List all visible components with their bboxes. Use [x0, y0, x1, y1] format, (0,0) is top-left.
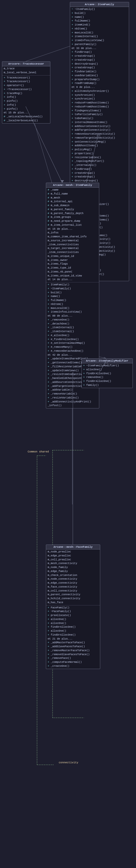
arcane-itemfamilymodifier-title: Arcane::ItemFamilyModifier: [82, 359, 133, 363]
arcane-mesh-itemfamily-title: Arcane::mesh::ItemFamily: [46, 183, 99, 188]
arccore-traceaccessor-box: Arccore::TraceAccessor m_trace m_local_v…: [2, 61, 50, 124]
arcane-itemfamily-title: Arcane::ItemFamily: [70, 2, 129, 7]
arcane-mesh-itemfamily-fields: # _name # m_full_name # m_mesh # m_inter…: [46, 188, 99, 282]
arcane-mesh-facefamily-methods: + FaceFamily() + ~FaceFamily() + preAllo…: [46, 606, 100, 669]
arccore-traceaccessor-fields: m_trace m_local_verbose_level: [2, 66, 50, 75]
arcane-mesh-facefamily-title: Arcane::mesh::FaceFamily: [46, 545, 100, 550]
diagram-container: Arcane::ItemFamily ~ ~ItemFamily() + bui…: [0, 0, 136, 868]
arcane-itemfamilymodifier-methods: + ~ItemFamilyModifier() + allocOne() + f…: [82, 363, 133, 388]
arccore-traceaccessor-title: Arccore::TraceAccessor: [2, 62, 50, 66]
arcane-mesh-facefamily-box: Arcane::mesh::FaceFamily m_node_prealloc…: [46, 545, 100, 669]
common-shared-label: Common shared: [28, 450, 49, 453]
arcane-mesh-itemfamily-methods: + ItemFamily() + ~ItemFamily() + build()…: [46, 282, 99, 408]
svg-marker-14: [60, 180, 64, 183]
arcane-mesh-facefamily-fields: m_node_prealloc m_edge_prealloc m_cell_p…: [46, 550, 100, 606]
connectivity-label: connectivity: [59, 761, 78, 764]
arccore-traceaccessor-methods: + TraceAccessor() + TraceAccessor() + op…: [2, 75, 50, 123]
arcane-itemfamilymodifier-box: Arcane::ItemFamilyModifier + ~ItemFamily…: [82, 359, 133, 388]
